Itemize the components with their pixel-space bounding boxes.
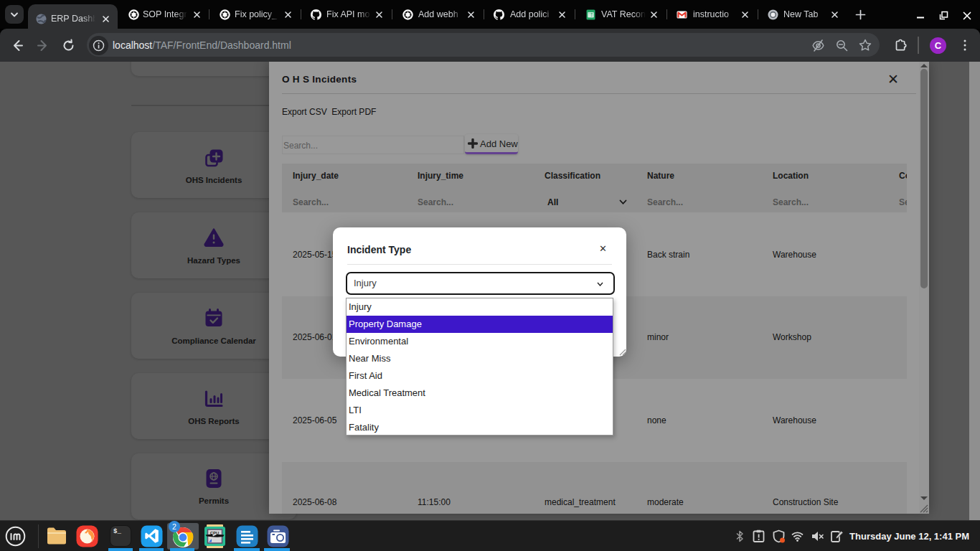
- svg-text:CPU: CPU: [210, 531, 220, 535]
